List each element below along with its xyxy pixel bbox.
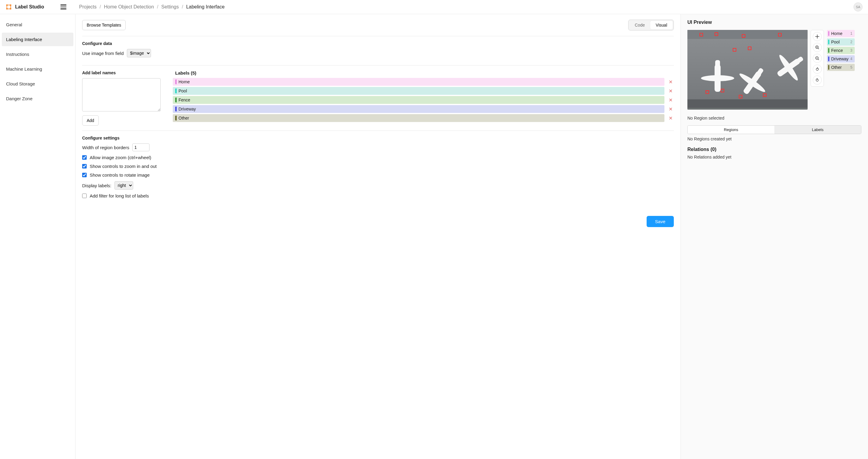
configure-data-heading: Configure data	[82, 41, 674, 46]
toggle-visual[interactable]: Visual	[650, 21, 673, 29]
preview-label-chip[interactable]: Home1	[827, 30, 855, 37]
browse-templates-button[interactable]: Browse Templates	[82, 20, 126, 30]
sidebar-item-instructions[interactable]: Instructions	[2, 48, 73, 61]
display-labels-select[interactable]: right	[115, 181, 133, 190]
breadcrumb-sep: /	[157, 4, 158, 10]
brand-name: Label Studio	[15, 4, 44, 10]
sidebar-item-cloud-storage[interactable]: Cloud Storage	[2, 77, 73, 91]
check-allow-zoom-label: Allow image zoom (ctrl+wheel)	[90, 155, 151, 160]
remove-label-icon[interactable]: ✕	[668, 97, 674, 103]
label-chip-name: Driveway	[179, 106, 196, 112]
preview-label-hotkey: 2	[850, 40, 852, 44]
breadcrumb: Projects / Home Object Detection / Setti…	[79, 4, 225, 10]
regions-labels-tabs: Regions Labels	[687, 125, 861, 134]
relations-heading: Relations (0)	[687, 147, 861, 152]
preview-toolbar	[811, 30, 824, 87]
brand[interactable]: Label Studio	[5, 4, 44, 10]
preview-label-name: Home	[831, 31, 842, 36]
check-show-zoom-controls-label: Show controls to zoom in and out	[90, 164, 157, 169]
remove-label-icon[interactable]: ✕	[668, 88, 674, 94]
sidebar-item-danger-zone[interactable]: Danger Zone	[2, 92, 73, 105]
preview-label-chip[interactable]: Other5	[827, 64, 855, 71]
preview-label-chip[interactable]: Driveway4	[827, 55, 855, 62]
tab-labels[interactable]: Labels	[774, 126, 861, 134]
remove-label-icon[interactable]: ✕	[668, 106, 674, 112]
label-chip-name: Home	[179, 80, 190, 84]
remove-label-icon[interactable]: ✕	[668, 115, 674, 121]
tool-add-icon[interactable]	[813, 32, 822, 41]
preview-label-name: Fence	[831, 48, 843, 53]
no-regions-text: No Regions created yet	[687, 136, 861, 141]
breadcrumb-sep: /	[100, 4, 101, 10]
no-relations-text: No Relations added yet	[687, 155, 861, 159]
svg-rect-0	[6, 4, 8, 6]
use-image-label: Use image from field	[82, 51, 124, 56]
label-chip-body[interactable]: Fence	[173, 96, 664, 104]
brand-logo-icon	[5, 4, 12, 10]
label-chip-body[interactable]: Pool	[173, 87, 664, 95]
remove-label-icon[interactable]: ✕	[668, 79, 674, 85]
add-label-names-heading: Add label names	[82, 70, 161, 75]
preview-label-name: Other	[831, 65, 842, 70]
label-chip-body[interactable]: Home	[173, 78, 664, 86]
preview-label-chip[interactable]: Pool2	[827, 38, 855, 45]
tool-zoom-in-icon[interactable]	[813, 43, 822, 52]
border-width-label: Width of region borders	[82, 145, 129, 150]
preview-label-name: Pool	[831, 39, 840, 44]
config-panel: Browse Templates Code Visual Configure d…	[75, 14, 681, 459]
hamburger-menu-icon[interactable]	[60, 4, 66, 9]
preview-label-list: Home1Pool2Fence3Driveway4Other5	[827, 30, 855, 110]
user-avatar[interactable]: SA	[854, 2, 863, 11]
breadcrumb-project-name[interactable]: Home Object Detection	[104, 4, 154, 10]
tool-zoom-out-icon[interactable]	[813, 54, 822, 63]
image-field-select[interactable]: $image	[127, 49, 151, 57]
label-chip: Other✕	[173, 114, 674, 122]
preview-label-chip[interactable]: Fence3	[827, 47, 855, 54]
topbar: Label Studio Projects / Home Object Dete…	[0, 0, 868, 14]
check-show-rotate-controls-label: Show controls to rotate image	[90, 173, 150, 178]
save-button[interactable]: Save	[647, 216, 674, 227]
toggle-code[interactable]: Code	[629, 21, 650, 29]
label-names-textarea[interactable]	[82, 78, 161, 112]
check-show-zoom-controls[interactable]	[82, 164, 87, 169]
border-width-input[interactable]	[132, 144, 150, 151]
label-chip-name: Fence	[179, 97, 190, 102]
svg-rect-3	[10, 8, 11, 10]
labels-list: Home✕Pool✕Fence✕Driveway✕Other✕	[173, 78, 674, 122]
tool-rotate-right-icon[interactable]	[813, 65, 822, 74]
breadcrumb-sep: /	[182, 4, 183, 10]
tool-rotate-left-icon[interactable]	[813, 75, 822, 85]
code-visual-toggle: Code Visual	[628, 20, 674, 31]
label-chip-name: Other	[179, 116, 189, 121]
add-label-button[interactable]: Add	[82, 115, 99, 126]
check-add-filter[interactable]	[82, 193, 87, 198]
preview-label-hotkey: 4	[850, 57, 852, 61]
check-add-filter-label: Add filter for long list of labels	[90, 193, 149, 198]
tab-regions[interactable]: Regions	[688, 126, 774, 134]
sidebar-item-general[interactable]: General	[2, 18, 73, 31]
configure-settings-heading: Configure settings	[82, 135, 674, 141]
label-chip-body[interactable]: Other	[173, 114, 664, 122]
breadcrumb-settings[interactable]: Settings	[161, 4, 179, 10]
preview-label-hotkey: 1	[850, 31, 852, 36]
check-allow-zoom[interactable]	[82, 155, 87, 160]
no-region-selected: No Region selected	[687, 116, 861, 121]
preview-label-hotkey: 3	[850, 48, 852, 53]
label-chip: Home✕	[173, 78, 674, 86]
preview-image[interactable]	[687, 30, 808, 110]
check-show-rotate-controls[interactable]	[82, 173, 87, 177]
ui-preview-heading: UI Preview	[687, 20, 861, 25]
svg-rect-10	[715, 60, 720, 69]
breadcrumb-projects[interactable]: Projects	[79, 4, 97, 10]
label-chip: Driveway✕	[173, 105, 674, 113]
display-labels-label: Display labels:	[82, 183, 112, 188]
preview-panel: UI Preview	[681, 14, 868, 459]
label-chip-body[interactable]: Driveway	[173, 105, 664, 113]
sidebar-item-labeling-interface[interactable]: Labeling Interface	[2, 33, 73, 46]
label-chip: Pool✕	[173, 87, 674, 95]
preview-label-hotkey: 5	[850, 65, 852, 69]
label-chip-name: Pool	[179, 89, 187, 93]
sidebar-item-machine-learning[interactable]: Machine Learning	[2, 62, 73, 76]
settings-sidebar: General Labeling Interface Instructions …	[0, 14, 75, 459]
breadcrumb-current: Labeling Interface	[186, 4, 224, 10]
